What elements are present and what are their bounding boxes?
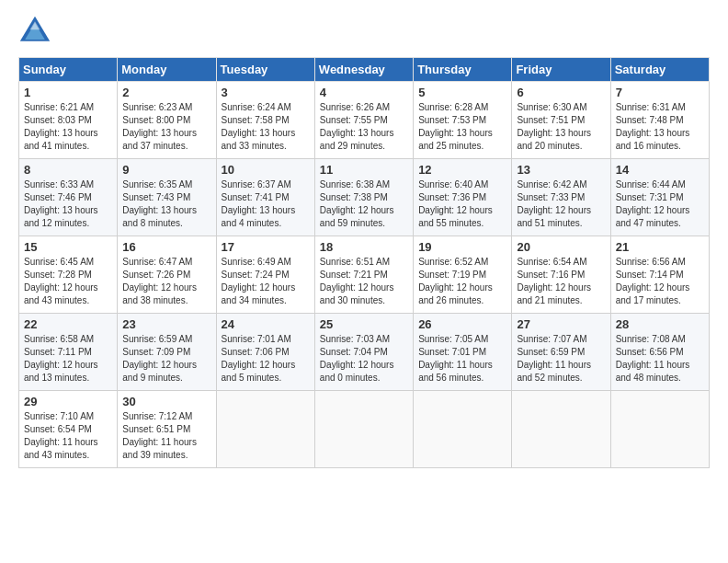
day-number: 24: [222, 317, 310, 331]
day-info: Sunrise: 6:21 AM Sunset: 8:03 PM Dayligh…: [24, 101, 112, 153]
day-info: Sunrise: 6:26 AM Sunset: 7:55 PM Dayligh…: [320, 101, 408, 153]
day-number: 2: [122, 86, 210, 99]
day-info: Sunrise: 6:58 AM Sunset: 7:11 PM Dayligh…: [24, 333, 112, 385]
day-info: Sunrise: 6:35 AM Sunset: 7:43 PM Dayligh…: [122, 178, 210, 230]
day-number: 3: [222, 86, 310, 99]
day-number: 17: [222, 240, 310, 254]
day-number: 9: [122, 163, 210, 177]
weekday-header-monday: Monday: [118, 58, 216, 82]
calendar-cell: 17Sunrise: 6:49 AM Sunset: 7:24 PM Dayli…: [216, 236, 314, 314]
day-number: 5: [418, 86, 506, 99]
calendar-cell: 10Sunrise: 6:37 AM Sunset: 7:41 PM Dayli…: [216, 159, 314, 236]
calendar-cell: 23Sunrise: 6:59 AM Sunset: 7:09 PM Dayli…: [118, 314, 216, 391]
day-number: 26: [418, 317, 506, 331]
day-info: Sunrise: 6:33 AM Sunset: 7:46 PM Dayligh…: [24, 178, 112, 230]
day-number: 14: [616, 163, 704, 177]
day-number: 23: [122, 317, 210, 331]
calendar-week-row: 15Sunrise: 6:45 AM Sunset: 7:28 PM Dayli…: [19, 236, 710, 314]
day-number: 21: [616, 240, 704, 254]
weekday-header-thursday: Thursday: [414, 58, 512, 82]
day-number: 15: [24, 240, 112, 254]
calendar-cell: [610, 391, 709, 468]
day-number: 13: [517, 163, 605, 177]
calendar-cell: 28Sunrise: 7:08 AM Sunset: 6:56 PM Dayli…: [610, 314, 709, 391]
day-info: Sunrise: 6:28 AM Sunset: 7:53 PM Dayligh…: [418, 101, 506, 153]
day-info: Sunrise: 6:38 AM Sunset: 7:38 PM Dayligh…: [320, 178, 408, 230]
calendar-cell: [216, 391, 314, 468]
day-info: Sunrise: 6:23 AM Sunset: 8:00 PM Dayligh…: [122, 101, 210, 153]
day-number: 19: [418, 240, 506, 254]
day-number: 6: [517, 86, 605, 99]
day-number: 7: [616, 86, 704, 99]
calendar-cell: 4Sunrise: 6:26 AM Sunset: 7:55 PM Daylig…: [314, 82, 413, 159]
day-number: 30: [122, 395, 210, 408]
day-number: 16: [122, 240, 210, 254]
day-info: Sunrise: 6:30 AM Sunset: 7:51 PM Dayligh…: [517, 101, 605, 153]
calendar-cell: 26Sunrise: 7:05 AM Sunset: 7:01 PM Dayli…: [414, 314, 512, 391]
day-number: 10: [222, 163, 310, 177]
calendar-cell: [512, 391, 610, 468]
day-info: Sunrise: 7:10 AM Sunset: 6:54 PM Dayligh…: [24, 410, 112, 462]
calendar-week-row: 8Sunrise: 6:33 AM Sunset: 7:46 PM Daylig…: [19, 159, 710, 236]
day-info: Sunrise: 7:08 AM Sunset: 6:56 PM Dayligh…: [616, 333, 704, 385]
calendar-week-row: 1Sunrise: 6:21 AM Sunset: 8:03 PM Daylig…: [19, 82, 710, 159]
calendar-cell: 8Sunrise: 6:33 AM Sunset: 7:46 PM Daylig…: [19, 159, 118, 236]
weekday-header-friday: Friday: [512, 58, 610, 82]
calendar-week-row: 29Sunrise: 7:10 AM Sunset: 6:54 PM Dayli…: [19, 391, 710, 468]
weekday-header-saturday: Saturday: [610, 58, 709, 82]
calendar: SundayMondayTuesdayWednesdayThursdayFrid…: [18, 57, 710, 468]
day-number: 11: [320, 163, 408, 177]
day-info: Sunrise: 7:01 AM Sunset: 7:06 PM Dayligh…: [222, 333, 310, 385]
calendar-cell: 18Sunrise: 6:51 AM Sunset: 7:21 PM Dayli…: [314, 236, 413, 314]
calendar-cell: 14Sunrise: 6:44 AM Sunset: 7:31 PM Dayli…: [610, 159, 709, 236]
logo: [18, 15, 55, 48]
day-info: Sunrise: 6:59 AM Sunset: 7:09 PM Dayligh…: [122, 333, 210, 385]
day-info: Sunrise: 7:07 AM Sunset: 6:59 PM Dayligh…: [517, 333, 605, 385]
calendar-cell: 21Sunrise: 6:56 AM Sunset: 7:14 PM Dayli…: [610, 236, 709, 314]
day-info: Sunrise: 6:52 AM Sunset: 7:19 PM Dayligh…: [418, 256, 506, 307]
day-number: 25: [320, 317, 408, 331]
day-number: 4: [320, 86, 408, 99]
calendar-cell: 3Sunrise: 6:24 AM Sunset: 7:58 PM Daylig…: [216, 82, 314, 159]
day-info: Sunrise: 6:31 AM Sunset: 7:48 PM Dayligh…: [616, 101, 704, 153]
day-info: Sunrise: 6:51 AM Sunset: 7:21 PM Dayligh…: [320, 256, 408, 307]
calendar-cell: 30Sunrise: 7:12 AM Sunset: 6:51 PM Dayli…: [118, 391, 216, 468]
day-number: 22: [24, 317, 112, 331]
day-info: Sunrise: 7:12 AM Sunset: 6:51 PM Dayligh…: [122, 410, 210, 462]
calendar-cell: 25Sunrise: 7:03 AM Sunset: 7:04 PM Dayli…: [314, 314, 413, 391]
calendar-cell: [414, 391, 512, 468]
calendar-cell: 12Sunrise: 6:40 AM Sunset: 7:36 PM Dayli…: [414, 159, 512, 236]
page: SundayMondayTuesdayWednesdayThursdayFrid…: [0, 0, 728, 563]
day-info: Sunrise: 6:24 AM Sunset: 7:58 PM Dayligh…: [222, 101, 310, 153]
day-info: Sunrise: 6:49 AM Sunset: 7:24 PM Dayligh…: [222, 256, 310, 307]
calendar-cell: 2Sunrise: 6:23 AM Sunset: 8:00 PM Daylig…: [118, 82, 216, 159]
day-info: Sunrise: 6:42 AM Sunset: 7:33 PM Dayligh…: [517, 178, 605, 230]
calendar-cell: 24Sunrise: 7:01 AM Sunset: 7:06 PM Dayli…: [216, 314, 314, 391]
day-number: 29: [24, 395, 112, 408]
calendar-cell: [314, 391, 413, 468]
calendar-cell: 5Sunrise: 6:28 AM Sunset: 7:53 PM Daylig…: [414, 82, 512, 159]
day-info: Sunrise: 6:47 AM Sunset: 7:26 PM Dayligh…: [122, 256, 210, 307]
calendar-cell: 13Sunrise: 6:42 AM Sunset: 7:33 PM Dayli…: [512, 159, 610, 236]
day-info: Sunrise: 6:40 AM Sunset: 7:36 PM Dayligh…: [418, 178, 506, 230]
day-number: 27: [517, 317, 605, 331]
calendar-cell: 11Sunrise: 6:38 AM Sunset: 7:38 PM Dayli…: [314, 159, 413, 236]
day-info: Sunrise: 6:37 AM Sunset: 7:41 PM Dayligh…: [222, 178, 310, 230]
calendar-cell: 19Sunrise: 6:52 AM Sunset: 7:19 PM Dayli…: [414, 236, 512, 314]
day-number: 1: [24, 86, 112, 99]
logo-icon: [18, 15, 51, 48]
day-info: Sunrise: 6:56 AM Sunset: 7:14 PM Dayligh…: [616, 256, 704, 307]
day-number: 18: [320, 240, 408, 254]
calendar-cell: 20Sunrise: 6:54 AM Sunset: 7:16 PM Dayli…: [512, 236, 610, 314]
calendar-cell: 16Sunrise: 6:47 AM Sunset: 7:26 PM Dayli…: [118, 236, 216, 314]
calendar-cell: 6Sunrise: 6:30 AM Sunset: 7:51 PM Daylig…: [512, 82, 610, 159]
calendar-cell: 7Sunrise: 6:31 AM Sunset: 7:48 PM Daylig…: [610, 82, 709, 159]
calendar-cell: 9Sunrise: 6:35 AM Sunset: 7:43 PM Daylig…: [118, 159, 216, 236]
header: [18, 15, 710, 48]
calendar-cell: 22Sunrise: 6:58 AM Sunset: 7:11 PM Dayli…: [19, 314, 118, 391]
calendar-week-row: 22Sunrise: 6:58 AM Sunset: 7:11 PM Dayli…: [19, 314, 710, 391]
day-number: 8: [24, 163, 112, 177]
calendar-cell: 1Sunrise: 6:21 AM Sunset: 8:03 PM Daylig…: [19, 82, 118, 159]
day-info: Sunrise: 7:05 AM Sunset: 7:01 PM Dayligh…: [418, 333, 506, 385]
calendar-cell: 29Sunrise: 7:10 AM Sunset: 6:54 PM Dayli…: [19, 391, 118, 468]
